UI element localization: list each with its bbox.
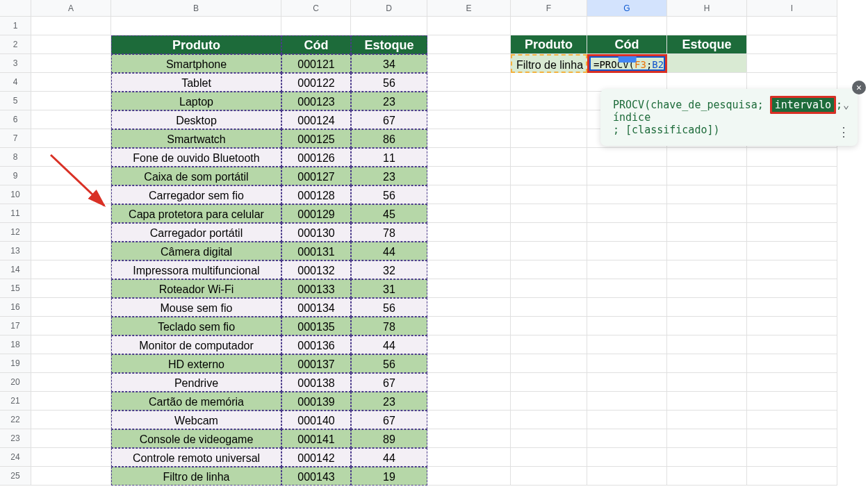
col-header-E[interactable]: E — [427, 0, 511, 17]
lookup-filter-cell[interactable]: Filtro de linha — [511, 54, 587, 73]
table-cell[interactable]: 23 — [351, 392, 427, 411]
cell-F6[interactable] — [511, 110, 587, 129]
table-cell[interactable]: 000139 — [281, 392, 351, 411]
cell-E18[interactable] — [427, 335, 511, 354]
cell-H22[interactable] — [667, 411, 747, 429]
table-cell[interactable]: Cartão de memória — [111, 392, 281, 411]
cell-G23[interactable] — [587, 429, 667, 448]
row-header-7[interactable]: 7 — [0, 129, 31, 148]
cell-F13[interactable] — [511, 242, 587, 260]
cell-F25[interactable] — [511, 467, 587, 486]
cell-A4[interactable] — [31, 73, 111, 92]
cell-E15[interactable] — [427, 279, 511, 298]
table-cell[interactable]: Smartwatch — [111, 129, 281, 148]
cell-H23[interactable] — [667, 429, 747, 448]
cell-I10[interactable] — [747, 185, 837, 204]
table-cell[interactable]: Monitor de computador — [111, 335, 281, 354]
table-cell[interactable]: 67 — [351, 411, 427, 429]
select-all-cell[interactable] — [0, 0, 31, 17]
cell-A22[interactable] — [31, 411, 111, 429]
cell-F9[interactable] — [511, 167, 587, 185]
table-cell[interactable]: Console de videogame — [111, 429, 281, 448]
cell-A16[interactable] — [31, 298, 111, 317]
cell-F5[interactable] — [511, 92, 587, 110]
cell-F15[interactable] — [511, 279, 587, 298]
cell-F21[interactable] — [511, 392, 587, 411]
cell-I17[interactable] — [747, 317, 837, 335]
col-header-H[interactable]: H — [667, 0, 747, 17]
cell-H21[interactable] — [667, 392, 747, 411]
row-header-16[interactable]: 16 — [0, 298, 31, 317]
cell-G14[interactable] — [587, 260, 667, 279]
table-cell[interactable]: 000143 — [281, 467, 351, 486]
cell-G9[interactable] — [587, 167, 667, 185]
cell-E16[interactable] — [427, 298, 511, 317]
cell-E17[interactable] — [427, 317, 511, 335]
table-cell[interactable]: 000125 — [281, 129, 351, 148]
table-cell[interactable]: 23 — [351, 167, 427, 185]
cell-G10[interactable] — [587, 185, 667, 204]
table-cell[interactable]: 000123 — [281, 92, 351, 110]
row-header-8[interactable]: 8 — [0, 148, 31, 167]
table-cell[interactable]: 000132 — [281, 260, 351, 279]
cell-E6[interactable] — [427, 110, 511, 129]
col-header-A[interactable]: A — [31, 0, 111, 17]
close-icon[interactable]: ✕ — [852, 81, 866, 94]
cell-G1[interactable] — [587, 17, 667, 35]
cell-I11[interactable] — [747, 204, 837, 223]
cell-A13[interactable] — [31, 242, 111, 260]
table-cell[interactable]: 000122 — [281, 73, 351, 92]
cell-A10[interactable] — [31, 185, 111, 204]
more-icon[interactable]: ⋮ — [837, 124, 849, 139]
table-cell[interactable]: Capa protetora para celular — [111, 204, 281, 223]
cell-H20[interactable] — [667, 373, 747, 392]
cell-E1[interactable] — [427, 17, 511, 35]
cell-I25[interactable] — [747, 467, 837, 486]
cell-I24[interactable] — [747, 448, 837, 467]
cell-H9[interactable] — [667, 167, 747, 185]
cell-F11[interactable] — [511, 204, 587, 223]
table-cell[interactable]: 31 — [351, 279, 427, 298]
col-header-C[interactable]: C — [281, 0, 351, 17]
cell-E21[interactable] — [427, 392, 511, 411]
row-header-19[interactable]: 19 — [0, 354, 31, 373]
cell-B1[interactable] — [111, 17, 281, 35]
cell-G12[interactable] — [587, 223, 667, 242]
chevron-down-icon[interactable]: ⌄ — [843, 99, 849, 111]
table-cell[interactable]: 000124 — [281, 110, 351, 129]
cell-H14[interactable] — [667, 260, 747, 279]
table-cell[interactable]: 11 — [351, 148, 427, 167]
row-header-2[interactable]: 2 — [0, 35, 31, 54]
cell-H18[interactable] — [667, 335, 747, 354]
cell-A24[interactable] — [31, 448, 111, 467]
table-cell[interactable]: 78 — [351, 317, 427, 335]
table-cell[interactable]: 000127 — [281, 167, 351, 185]
cell-A11[interactable] — [31, 204, 111, 223]
cell-I23[interactable] — [747, 429, 837, 448]
cell-I3[interactable] — [747, 54, 837, 73]
cell-F22[interactable] — [511, 411, 587, 429]
table-cell[interactable]: Controle remoto universal — [111, 448, 281, 467]
row-header-22[interactable]: 22 — [0, 411, 31, 429]
table-cell[interactable]: 45 — [351, 204, 427, 223]
table-cell[interactable]: 000129 — [281, 204, 351, 223]
cell-F14[interactable] — [511, 260, 587, 279]
table-cell[interactable]: 67 — [351, 373, 427, 392]
cell-I8[interactable] — [747, 148, 837, 167]
table-cell[interactable]: HD externo — [111, 354, 281, 373]
cell-I1[interactable] — [747, 17, 837, 35]
cell-E3[interactable] — [427, 54, 511, 73]
cell-I22[interactable] — [747, 411, 837, 429]
table-cell[interactable]: 34 — [351, 54, 427, 73]
cell-H10[interactable] — [667, 185, 747, 204]
cell-F18[interactable] — [511, 335, 587, 354]
cell-H25[interactable] — [667, 467, 747, 486]
cell-A20[interactable] — [31, 373, 111, 392]
cell-E8[interactable] — [427, 148, 511, 167]
cell-E11[interactable] — [427, 204, 511, 223]
table-cell[interactable]: 78 — [351, 223, 427, 242]
row-header-11[interactable]: 11 — [0, 204, 31, 223]
table-cell[interactable]: Caixa de som portátil — [111, 167, 281, 185]
table-cell[interactable]: 23 — [351, 92, 427, 110]
lookup-estoque-cell[interactable] — [667, 54, 747, 73]
